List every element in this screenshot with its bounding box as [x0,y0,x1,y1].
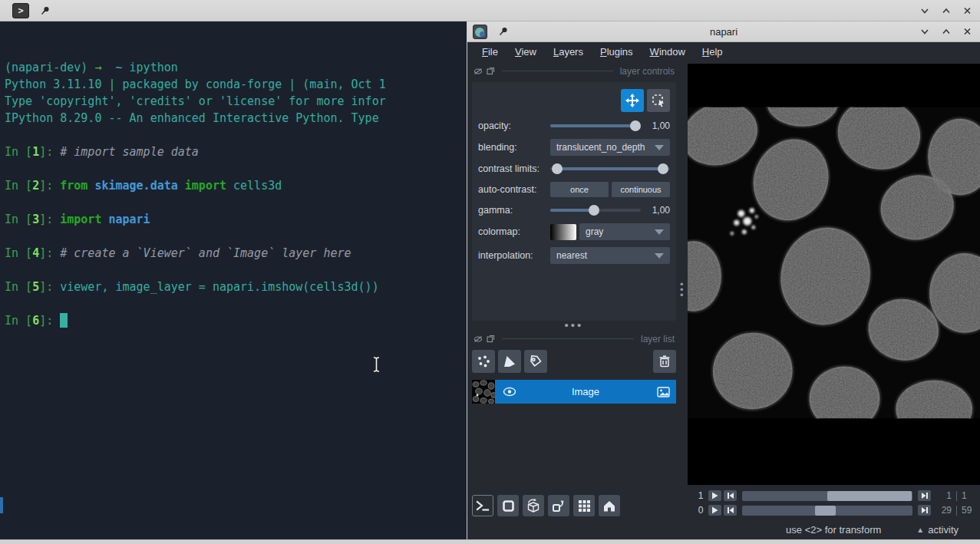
layer-buttons-row [472,350,676,373]
menu-item-help[interactable]: Help [694,45,731,59]
menu-item-plugins[interactable]: Plugins [592,45,642,59]
transpose-dimensions-button[interactable] [548,495,569,516]
hide-panel-icon[interactable] [474,68,483,75]
image-icon [657,387,670,397]
layer-selected-row[interactable]: Image [495,380,676,404]
skip-to-end-button[interactable] [918,490,931,501]
napari-titlebar[interactable]: napari [467,21,980,42]
layer-controls-panel: opacity: 1,00 blending: translucent_no_d… [472,82,676,321]
desktop: > (napari-dev) → ~ ipythonPython 3.11.10… [0,0,980,544]
transform-icon [651,93,666,108]
play-button[interactable] [708,490,721,501]
terminal-line: Type 'copyright', 'credits' or 'license'… [5,93,461,110]
interpolation-dropdown[interactable]: nearest [550,247,670,264]
float-panel-icon[interactable] [487,67,495,75]
dimension-sliders: 1 1 [688,485,980,520]
current-frame: 29 [938,505,952,516]
layer-thumbnail [472,380,495,404]
interpolation-value: nearest [556,250,655,261]
dim-slider-axis-1: 1 1 [695,490,975,502]
chevron-down-icon [655,253,664,259]
mouse-text-cursor [371,356,381,373]
pan-zoom-mode-button[interactable] [621,89,644,112]
minimize-icon[interactable] [919,27,930,36]
napari-window: napari FileViewLayersPluginsWindowHelp [467,21,980,539]
current-frame: 1 [938,490,952,501]
divider [502,71,613,71]
terminal-output[interactable]: (napari-dev) → ~ ipythonPython 3.11.10 |… [0,21,466,539]
terminal-titlebar[interactable]: > [0,0,980,21]
close-icon[interactable] [962,27,972,36]
blending-dropdown[interactable]: translucent_no_depth [550,139,670,156]
new-labels-layer-button[interactable] [524,350,547,373]
dock-resize-gutter[interactable]: ••• [678,61,688,520]
new-points-layer-icon [477,354,490,368]
auto-contrast-once-button[interactable]: once [550,182,609,197]
terminal-line: In [5]: viewer, image_layer = napari.ims… [5,279,461,295]
status-bar: use <2> for transform ▲ activity [467,520,980,539]
square-2d-icon [502,499,515,513]
total-frames: 59 [962,505,975,516]
total-frames: 1 [962,490,975,501]
napari-logo-icon [473,25,487,39]
terminal-line: In [6]: [5,312,461,329]
contrast-limits-label: contrast limits: [478,163,550,174]
skip-end-icon [921,492,929,499]
gamma-slider[interactable] [550,204,641,216]
terminal-line: (napari-dev) → ~ ipython [5,59,461,76]
layer-row-image[interactable]: Image [472,380,676,404]
skip-start-icon [727,492,734,499]
gamma-label: gamma: [478,205,550,216]
maximize-icon[interactable] [941,27,952,36]
new-shapes-layer-icon [503,354,516,368]
auto-contrast-continuous-button[interactable]: continuous [612,182,670,197]
menu-item-file[interactable]: File [474,45,506,59]
gamma-value: 1,00 [647,205,670,216]
dim-track[interactable] [742,491,912,501]
contrast-limits-slider[interactable] [550,163,670,175]
dim-slider-axis-0: 0 29 [695,504,975,516]
hide-panel-icon[interactable] [474,335,483,343]
home-reset-view-button[interactable] [599,495,620,516]
maximize-icon[interactable] [941,6,952,15]
dim-handle[interactable] [827,491,912,501]
minimize-icon[interactable] [919,6,930,15]
grid-icon [578,499,591,513]
layer-name: Image [495,386,676,397]
float-panel-icon[interactable] [487,335,495,343]
toggle-ndisplay-button[interactable] [497,495,519,516]
new-labels-layer-icon [529,354,543,368]
menu-item-layers[interactable]: Layers [545,45,592,59]
dim-track[interactable] [742,506,912,516]
opacity-slider[interactable] [550,120,641,132]
grid-view-button[interactable] [573,495,595,516]
new-points-layer-button[interactable] [472,350,495,373]
transpose-icon [551,499,566,513]
new-shapes-layer-button[interactable] [498,350,521,373]
eye-icon[interactable] [503,387,516,397]
activity-toggle[interactable]: ▲ activity [916,524,959,536]
dock-splitter-handle[interactable]: ••• [470,322,678,331]
play-icon [711,492,718,499]
viewer-canvas[interactable] [688,64,980,485]
skip-to-start-button[interactable] [724,490,737,501]
colormap-dropdown[interactable]: gray [579,223,670,240]
console-icon [476,499,490,512]
delete-layer-button[interactable] [653,350,676,373]
close-icon[interactable] [962,6,972,15]
roll-dimensions-button[interactable] [523,495,544,516]
terminal-line [5,160,461,177]
menu-item-view[interactable]: View [506,45,545,59]
console-button[interactable] [472,495,493,516]
terminal-line: IPython 8.29.0 -- An enhanced Interactiv… [5,110,461,127]
menu-item-window[interactable]: Window [642,45,694,59]
viewer-buttons-row [470,495,678,516]
transform-mode-button[interactable] [647,89,670,112]
skip-to-start-button[interactable] [724,505,737,516]
dim-handle[interactable] [815,506,836,516]
menubar: FileViewLayersPluginsWindowHelp [467,42,980,61]
play-button[interactable] [708,505,721,516]
layer-controls-header: layer controls [474,65,675,77]
pin-icon[interactable] [40,5,51,16]
skip-to-end-button[interactable] [918,505,931,516]
